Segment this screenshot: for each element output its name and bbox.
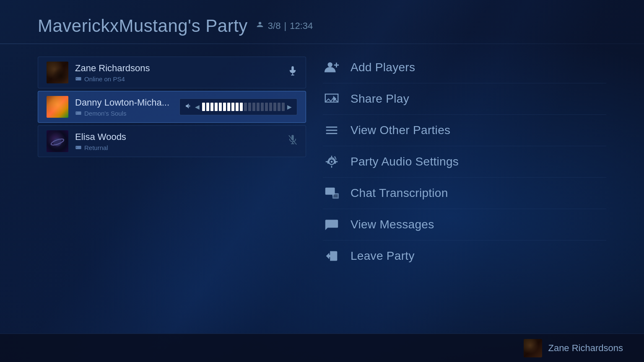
menu-item-chat-transcription[interactable]: Chat Transcription	[323, 178, 606, 209]
controller-icon-danny	[75, 110, 82, 117]
member-info-elisa: Elisa Woods Returnal	[75, 132, 288, 151]
volume-control-danny[interactable]: ◀ ▶	[179, 98, 297, 115]
view-other-parties-icon	[323, 122, 340, 139]
chat-transcription-icon	[323, 184, 340, 202]
svg-rect-18	[327, 160, 330, 164]
leave-party-icon	[323, 247, 340, 265]
svg-point-10	[328, 62, 332, 67]
avatar-elisa	[47, 130, 68, 152]
right-menu: Add Players Share Play	[323, 57, 606, 272]
member-info-danny: Danny Lowton-Micha... Demon's Souls	[75, 97, 179, 117]
volume-bars	[202, 103, 285, 111]
controller-icon-elisa	[75, 144, 82, 151]
party-title: MaverickxMustang's Party	[38, 16, 248, 36]
share-play-icon	[323, 90, 340, 108]
svg-point-20	[334, 156, 335, 158]
add-players-icon	[323, 59, 340, 76]
view-other-parties-label: View Other Parties	[351, 124, 450, 137]
mic-icon-zane	[288, 66, 297, 79]
party-audio-settings-label: Party Audio Settings	[351, 155, 459, 168]
mic-muted-icon-elisa	[288, 134, 297, 148]
bottom-username: Zane Richardsons	[548, 343, 623, 354]
menu-item-party-audio-settings[interactable]: Party Audio Settings	[323, 146, 606, 178]
menu-item-share-play[interactable]: Share Play	[323, 83, 606, 115]
chat-transcription-label: Chat Transcription	[351, 186, 448, 200]
member-status-zane: Online on PS4	[75, 75, 288, 83]
controller-icon-zane	[75, 75, 82, 83]
party-meta: 3/8 | 12:34	[255, 20, 313, 32]
meta-separator: |	[284, 21, 286, 31]
leave-party-label: Leave Party	[351, 249, 415, 263]
party-icon	[255, 20, 265, 32]
volume-right-arrow[interactable]: ▶	[287, 103, 292, 110]
party-time: 12:34	[290, 21, 313, 31]
avatar-danny	[47, 96, 68, 118]
avatar-zane	[47, 62, 68, 83]
menu-item-add-players[interactable]: Add Players	[323, 59, 606, 83]
add-players-label: Add Players	[351, 61, 415, 74]
menu-item-view-other-parties[interactable]: View Other Parties	[323, 115, 606, 146]
member-name-zane: Zane Richardsons	[75, 63, 288, 74]
menu-item-view-messages[interactable]: View Messages	[323, 209, 606, 240]
header: MaverickxMustang's Party 3/8 | 12:34	[0, 0, 644, 36]
member-card-zane[interactable]: Zane Richardsons Online on PS4	[38, 57, 306, 88]
share-play-label: Share Play	[351, 92, 409, 106]
view-messages-label: View Messages	[351, 218, 434, 231]
main-content: MaverickxMustang's Party 3/8 | 12:34	[0, 0, 644, 362]
member-name-danny: Danny Lowton-Micha...	[75, 97, 179, 108]
member-card-elisa[interactable]: Elisa Woods Returnal	[38, 125, 306, 157]
main-area: Zane Richardsons Online on PS4	[0, 44, 644, 272]
party-list: Zane Richardsons Online on PS4	[38, 57, 306, 272]
menu-item-leave-party[interactable]: Leave Party	[323, 240, 606, 272]
member-card-danny[interactable]: Danny Lowton-Micha... Demon's Souls	[38, 91, 306, 123]
svg-rect-19	[334, 160, 336, 164]
svg-point-0	[259, 22, 261, 24]
view-messages-icon	[323, 216, 340, 233]
member-info-zane: Zane Richardsons Online on PS4	[75, 63, 288, 83]
svg-rect-21	[332, 193, 339, 199]
member-status-elisa: Returnal	[75, 144, 288, 151]
volume-icon	[185, 102, 192, 111]
member-name-elisa: Elisa Woods	[75, 132, 288, 142]
members-count: 3/8	[268, 21, 281, 31]
volume-left-arrow[interactable]: ◀	[195, 103, 200, 110]
member-status-danny: Demon's Souls	[75, 110, 179, 117]
svg-point-17	[331, 161, 333, 163]
bottom-bar: Zane Richardsons	[0, 334, 644, 362]
bottom-avatar	[524, 339, 542, 357]
party-audio-settings-icon	[323, 153, 340, 171]
